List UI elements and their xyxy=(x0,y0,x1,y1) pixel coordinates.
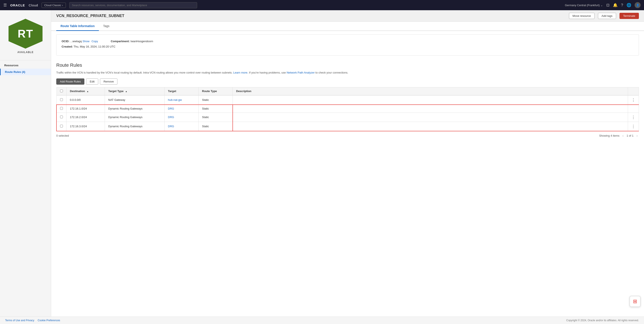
route-rules-description: Traffic within the VCN is handled by the… xyxy=(56,70,639,75)
actions-cell[interactable]: ⋮ xyxy=(628,122,639,131)
next-page-button[interactable]: › xyxy=(635,134,639,138)
showing-items: Showing 4 items xyxy=(599,134,619,137)
route-rules-section: Route Rules Traffic within the VCN is ha… xyxy=(51,59,644,144)
info-row-1: OCID: ...wwlagq Show Copy Compartment: I… xyxy=(62,40,634,43)
footer-links: Terms of Use and Privacy Cookie Preferen… xyxy=(5,319,60,322)
network-path-analyzer-link[interactable]: Network Path Analyzer xyxy=(286,71,315,74)
target-type-cell: NAT Gateway xyxy=(105,95,164,105)
region-selector[interactable]: Germany Central (Frankfurt) ⌄ xyxy=(565,4,603,7)
description-cell xyxy=(233,95,628,105)
target-cell[interactable]: hub-nat-gw xyxy=(164,95,198,105)
target-cell[interactable]: DRG xyxy=(164,112,198,122)
search-input[interactable] xyxy=(69,2,197,8)
help-widget-icon: ⊞ xyxy=(633,298,637,304)
target-link[interactable]: DRG xyxy=(168,116,174,119)
add-route-rules-button[interactable]: Add Route Rules xyxy=(56,78,84,84)
info-row-2: Created: Thu, May 16, 2024, 11:00:20 UTC xyxy=(62,45,634,48)
hamburger-menu-icon[interactable]: ☰ xyxy=(4,3,7,8)
description-header: Description xyxy=(233,87,628,95)
route-type-cell: Static xyxy=(198,95,233,105)
destination-cell: 172.16.1.0/24 xyxy=(66,105,105,113)
target-link[interactable]: DRG xyxy=(168,125,174,128)
ocid-field: OCID: ...wwlagq Show Copy xyxy=(62,40,98,43)
target-cell[interactable]: DRG xyxy=(164,122,198,131)
target-cell[interactable]: DRG xyxy=(164,105,198,113)
help-icon[interactable]: ? xyxy=(621,3,623,8)
tabs-bar: Route Table Information Tags xyxy=(51,22,644,31)
info-panel: OCID: ...wwlagq Show Copy Compartment: I… xyxy=(56,34,639,56)
pagination: Showing 4 items ‹ 1 of 1 › xyxy=(599,134,639,138)
created-field: Created: Thu, May 16, 2024, 11:00:20 UTC xyxy=(62,45,116,48)
target-link[interactable]: DRG xyxy=(168,107,174,110)
page-wrapper: RT AVAILABLE Resources Route Rules (4) V… xyxy=(0,10,644,324)
remove-button[interactable]: Remove xyxy=(100,78,118,84)
select-all-header[interactable] xyxy=(56,87,66,95)
prev-page-button[interactable]: ‹ xyxy=(621,134,625,138)
hexagon-initials: RT xyxy=(18,27,33,40)
row-checkbox[interactable] xyxy=(60,125,63,128)
selected-count: 0 selected xyxy=(56,134,69,137)
destination-cell: 172.16.3.0/24 xyxy=(66,122,105,131)
user-avatar[interactable]: 👤 xyxy=(634,2,640,8)
main-content: VCN_RESOURCE_PRIVATE_SUBNET Move resourc… xyxy=(51,10,644,324)
target-type-cell: Dynamic Routing Gateways xyxy=(105,112,164,122)
cookies-link[interactable]: Cookie Preferences xyxy=(38,319,60,322)
page-footer: Terms of Use and Privacy Cookie Preferen… xyxy=(0,316,644,324)
table-row: 0.0.0.0/0NAT Gatewayhub-nat-gwStatic⋮ xyxy=(56,95,639,105)
target-type-cell: Dynamic Routing Gateways xyxy=(105,122,164,131)
description-cell xyxy=(233,122,628,131)
hexagon-shape: RT xyxy=(8,19,42,48)
ocid-copy-link[interactable]: Copy xyxy=(92,40,98,43)
oracle-cloud-logo: ORACLE Cloud xyxy=(10,4,38,7)
language-icon[interactable]: 🌐 xyxy=(626,3,631,8)
row-checkbox[interactable] xyxy=(60,116,63,118)
target-link[interactable]: hub-nat-gw xyxy=(168,98,182,102)
learn-more-link[interactable]: Learn more. xyxy=(233,71,248,74)
select-all-checkbox[interactable] xyxy=(60,90,63,92)
row-checkbox[interactable] xyxy=(60,107,63,110)
route-type-cell: Static xyxy=(198,112,233,122)
actions-header xyxy=(628,87,639,95)
target-type-sort-icon: ▲ xyxy=(125,90,127,92)
tab-tags[interactable]: Tags xyxy=(99,22,114,31)
table-footer: 0 selected Showing 4 items ‹ 1 of 1 › xyxy=(56,131,639,140)
move-resource-button[interactable]: Move resource xyxy=(569,13,594,19)
cloud-shell-icon[interactable]: ⊡ xyxy=(606,3,610,8)
copyright-text: Copyright © 2024, Oracle and/or its affi… xyxy=(566,319,639,322)
table-body: 0.0.0.0/0NAT Gatewayhub-nat-gwStatic⋮172… xyxy=(56,95,639,131)
route-type-header[interactable]: Route Type xyxy=(198,87,233,95)
actions-cell xyxy=(628,105,639,113)
ocid-show-link[interactable]: Show xyxy=(82,40,90,43)
destination-cell: 0.0.0.0/0 xyxy=(66,95,105,105)
edit-button[interactable]: Edit xyxy=(86,78,98,84)
description-cell xyxy=(233,105,628,113)
terminate-button[interactable]: Terminate xyxy=(620,13,639,19)
destination-header[interactable]: Destination ▲ xyxy=(66,87,105,95)
sidebar-item-route-rules[interactable]: Route Rules (4) xyxy=(0,69,51,75)
resource-icon-area: RT AVAILABLE xyxy=(0,14,51,58)
notifications-icon[interactable]: 🔔 xyxy=(613,3,618,8)
resources-section-label: Resources xyxy=(0,60,51,69)
target-type-cell: Dynamic Routing Gateways xyxy=(105,105,164,113)
resource-status: AVAILABLE xyxy=(18,51,34,54)
target-type-header[interactable]: Target Type ▲ xyxy=(105,87,164,95)
table-header: Destination ▲ Target Type ▲ Target Route… xyxy=(56,87,639,95)
table-toolbar: Add Route Rules Edit Remove xyxy=(56,78,639,84)
add-tags-button[interactable]: Add tags xyxy=(598,13,616,19)
tab-route-table-information[interactable]: Route Table Information xyxy=(56,22,99,31)
page-info: 1 of 1 xyxy=(626,134,634,137)
table-row: 172.16.3.0/24Dynamic Routing GatewaysDRG… xyxy=(56,122,639,131)
table-row: 172.16.2.0/24Dynamic Routing GatewaysDRG… xyxy=(56,112,639,122)
route-type-cell: Static xyxy=(198,122,233,131)
description-cell xyxy=(233,112,628,122)
actions-cell[interactable]: ⋮ xyxy=(628,112,639,122)
help-widget[interactable]: ⊞ xyxy=(630,296,640,307)
target-header[interactable]: Target xyxy=(164,87,198,95)
row-checkbox[interactable] xyxy=(60,98,63,101)
destination-cell: 172.16.2.0/24 xyxy=(66,112,105,122)
actions-cell[interactable]: ⋮ xyxy=(628,95,639,105)
resource-hexagon: RT xyxy=(8,19,42,48)
cloud-classic-button[interactable]: Cloud Classic › xyxy=(42,2,66,8)
terms-link[interactable]: Terms of Use and Privacy xyxy=(5,319,34,322)
compartment-field: Compartment: IwanHoogendoorn xyxy=(111,40,153,43)
